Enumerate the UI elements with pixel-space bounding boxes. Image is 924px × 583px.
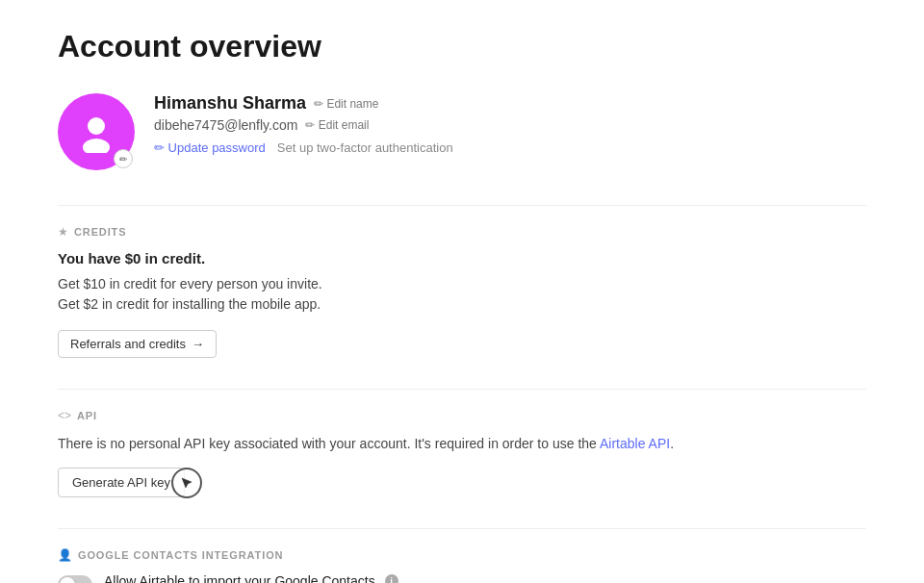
api-section: <> API There is no personal API key asso… — [58, 409, 866, 497]
integration-label-row: Allow Airtable to import your Google Con… — [104, 573, 414, 583]
profile-email: dibehe7475@lenfly.com — [154, 117, 297, 133]
divider-2 — [58, 389, 866, 390]
profile-name: Himanshu Sharma — [154, 93, 306, 114]
profile-name-row: Himanshu Sharma ✏ Edit name — [154, 93, 453, 114]
profile-email-row: dibehe7475@lenfly.com ✏ Edit email — [154, 117, 453, 133]
svg-point-1 — [83, 139, 110, 153]
avatar-container: ✏ — [58, 93, 135, 170]
google-contacts-toggle[interactable] — [58, 575, 92, 583]
credits-section: ★ CREDITS You have $0 in credit. Get $10… — [58, 225, 866, 358]
api-description: There is no personal API key associated … — [58, 434, 866, 454]
edit-name-link[interactable]: ✏ Edit name — [314, 97, 378, 111]
page-title: Account overview — [58, 29, 866, 64]
credits-section-title: CREDITS — [74, 226, 126, 238]
code-icon: <> — [58, 409, 71, 422]
google-section-title: GOOGLE CONTACTS INTEGRATION — [78, 549, 283, 561]
generate-api-key-button[interactable]: Generate API key — [58, 468, 185, 497]
api-description-before: There is no personal API key associated … — [58, 436, 600, 451]
integration-label: Allow Airtable to import your Google Con… — [104, 573, 379, 583]
referrals-button[interactable]: Referrals and credits → — [58, 330, 217, 358]
profile-actions: ✏ Update password Set up two-factor auth… — [154, 140, 453, 155]
profile-info: Himanshu Sharma ✏ Edit name dibehe7475@l… — [154, 93, 453, 155]
google-integration-row: Allow Airtable to import your Google Con… — [58, 573, 866, 583]
credits-balance: You have $0 in credit. — [58, 250, 866, 266]
avatar-edit-button[interactable]: ✏ — [114, 149, 133, 168]
credits-invite-info: Get $10 in credit for every person you i… — [58, 276, 866, 292]
integration-text-group: Allow Airtable to import your Google Con… — [104, 573, 414, 583]
referrals-button-label: Referrals and credits — [70, 337, 186, 351]
divider-3 — [58, 528, 866, 529]
contacts-icon: 👤 — [58, 548, 72, 562]
google-contacts-section: 👤 GOOGLE CONTACTS INTEGRATION Allow Airt… — [58, 548, 866, 583]
profile-section: ✏ Himanshu Sharma ✏ Edit name dibehe7475… — [58, 93, 866, 170]
airtable-api-link[interactable]: Airtable API — [600, 436, 670, 451]
credits-app-info: Get $2 in credit for installing the mobi… — [58, 296, 866, 312]
star-icon: ★ — [58, 225, 68, 239]
referrals-arrow-icon: → — [192, 337, 204, 351]
person-icon — [75, 111, 117, 153]
google-section-header: 👤 GOOGLE CONTACTS INTEGRATION — [58, 548, 866, 562]
two-factor-link[interactable]: Set up two-factor authentication — [277, 140, 453, 155]
api-section-header: <> API — [58, 409, 866, 422]
update-password-link[interactable]: ✏ Update password — [154, 140, 266, 155]
info-icon[interactable]: i — [385, 574, 398, 583]
api-description-after: . — [670, 436, 674, 451]
generate-api-key-label: Generate API key — [72, 475, 170, 490]
api-section-title: API — [77, 410, 97, 421]
credits-section-header: ★ CREDITS — [58, 225, 866, 239]
svg-point-0 — [88, 117, 105, 135]
edit-email-link[interactable]: ✏ Edit email — [305, 118, 369, 132]
divider-1 — [58, 205, 866, 206]
